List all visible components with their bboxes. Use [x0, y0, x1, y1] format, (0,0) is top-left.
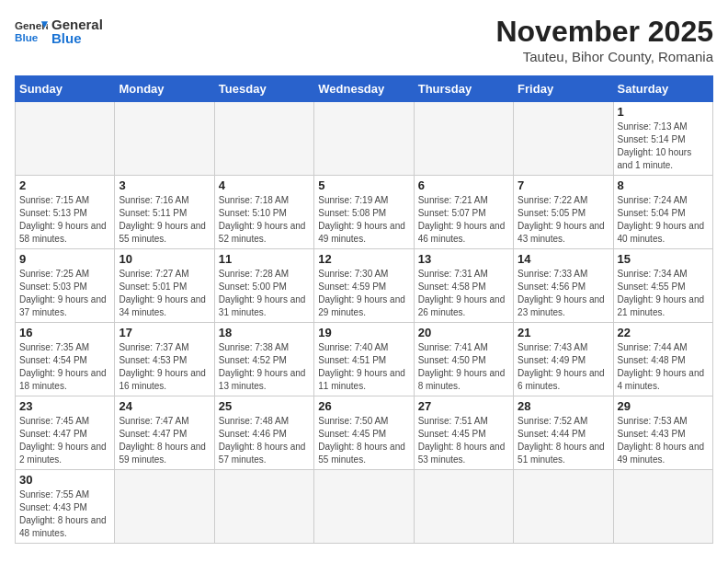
header-tuesday: Tuesday — [214, 76, 313, 102]
calendar-cell: 15Sunrise: 7:34 AM Sunset: 4:55 PM Dayli… — [613, 249, 712, 323]
day-info: Sunrise: 7:27 AM Sunset: 5:01 PM Dayligh… — [119, 268, 210, 319]
calendar-cell: 30Sunrise: 7:55 AM Sunset: 4:43 PM Dayli… — [16, 470, 115, 544]
day-info: Sunrise: 7:38 AM Sunset: 4:52 PM Dayligh… — [219, 341, 310, 393]
logo-icon: General Blue — [15, 15, 48, 48]
day-number: 3 — [119, 178, 210, 192]
day-number: 26 — [318, 399, 409, 413]
header-thursday: Thursday — [414, 76, 513, 102]
day-info: Sunrise: 7:18 AM Sunset: 5:10 PM Dayligh… — [219, 194, 310, 246]
day-info: Sunrise: 7:47 AM Sunset: 4:47 PM Dayligh… — [119, 415, 210, 466]
header-sunday: Sunday — [16, 76, 115, 102]
day-number: 4 — [219, 178, 310, 192]
calendar-cell: 20Sunrise: 7:41 AM Sunset: 4:50 PM Dayli… — [414, 323, 513, 396]
calendar-cell — [414, 470, 513, 544]
calendar-cell — [214, 102, 313, 176]
day-info: Sunrise: 7:43 AM Sunset: 4:49 PM Dayligh… — [518, 341, 609, 393]
day-number: 27 — [418, 399, 509, 413]
day-info: Sunrise: 7:44 AM Sunset: 4:48 PM Dayligh… — [618, 341, 709, 393]
day-number: 17 — [119, 326, 210, 339]
calendar-cell: 10Sunrise: 7:27 AM Sunset: 5:01 PM Dayli… — [115, 249, 214, 323]
day-number: 10 — [119, 252, 210, 266]
day-info: Sunrise: 7:31 AM Sunset: 4:58 PM Dayligh… — [418, 268, 509, 319]
logo: General Blue General Blue — [15, 15, 103, 48]
day-info: Sunrise: 7:37 AM Sunset: 4:53 PM Dayligh… — [119, 341, 210, 393]
month-title: November 2025 — [495, 15, 713, 49]
day-number: 13 — [418, 252, 509, 266]
day-info: Sunrise: 7:21 AM Sunset: 5:07 PM Dayligh… — [418, 194, 509, 246]
day-number: 16 — [19, 326, 110, 339]
day-info: Sunrise: 7:35 AM Sunset: 4:54 PM Dayligh… — [19, 341, 110, 393]
svg-text:General: General — [15, 19, 48, 31]
calendar-cell — [314, 102, 414, 176]
calendar-cell — [214, 470, 313, 544]
day-info: Sunrise: 7:52 AM Sunset: 4:44 PM Dayligh… — [518, 415, 609, 466]
day-number: 29 — [618, 399, 709, 413]
calendar-cell: 29Sunrise: 7:53 AM Sunset: 4:43 PM Dayli… — [613, 396, 712, 470]
day-info: Sunrise: 7:19 AM Sunset: 5:08 PM Dayligh… — [318, 194, 409, 246]
day-number: 18 — [219, 326, 310, 339]
calendar-cell — [115, 102, 214, 176]
day-info: Sunrise: 7:28 AM Sunset: 5:00 PM Dayligh… — [219, 268, 310, 319]
logo-general-text: General — [51, 17, 103, 31]
header: General Blue General Blue November 2025 … — [15, 15, 713, 64]
calendar-cell: 12Sunrise: 7:30 AM Sunset: 4:59 PM Dayli… — [314, 249, 414, 323]
day-number: 1 — [618, 105, 709, 119]
header-saturday: Saturday — [613, 76, 712, 102]
day-info: Sunrise: 7:22 AM Sunset: 5:05 PM Dayligh… — [518, 194, 609, 246]
calendar-cell: 7Sunrise: 7:22 AM Sunset: 5:05 PM Daylig… — [514, 176, 613, 249]
calendar-cell: 24Sunrise: 7:47 AM Sunset: 4:47 PM Dayli… — [115, 396, 214, 470]
day-number: 20 — [418, 326, 509, 339]
calendar-cell: 17Sunrise: 7:37 AM Sunset: 4:53 PM Dayli… — [115, 323, 214, 396]
calendar-cell: 19Sunrise: 7:40 AM Sunset: 4:51 PM Dayli… — [314, 323, 414, 396]
calendar-cell: 11Sunrise: 7:28 AM Sunset: 5:00 PM Dayli… — [214, 249, 313, 323]
header-friday: Friday — [514, 76, 613, 102]
day-info: Sunrise: 7:55 AM Sunset: 4:43 PM Dayligh… — [19, 488, 110, 540]
day-number: 19 — [318, 326, 409, 339]
day-number: 12 — [318, 252, 409, 266]
day-number: 28 — [518, 399, 609, 413]
day-number: 22 — [618, 326, 709, 339]
day-number: 15 — [618, 252, 709, 266]
day-info: Sunrise: 7:41 AM Sunset: 4:50 PM Dayligh… — [418, 341, 509, 393]
calendar-cell — [16, 102, 115, 176]
title-area: November 2025 Tauteu, Bihor County, Roma… — [495, 15, 713, 64]
day-info: Sunrise: 7:34 AM Sunset: 4:55 PM Dayligh… — [618, 268, 709, 319]
calendar-cell: 25Sunrise: 7:48 AM Sunset: 4:46 PM Dayli… — [214, 396, 313, 470]
calendar-cell: 14Sunrise: 7:33 AM Sunset: 4:56 PM Dayli… — [514, 249, 613, 323]
calendar-cell: 3Sunrise: 7:16 AM Sunset: 5:11 PM Daylig… — [115, 176, 214, 249]
day-info: Sunrise: 7:50 AM Sunset: 4:45 PM Dayligh… — [318, 415, 409, 466]
day-number: 9 — [19, 252, 110, 266]
calendar-cell: 23Sunrise: 7:45 AM Sunset: 4:47 PM Dayli… — [16, 396, 115, 470]
calendar-cell: 5Sunrise: 7:19 AM Sunset: 5:08 PM Daylig… — [314, 176, 414, 249]
calendar-cell: 21Sunrise: 7:43 AM Sunset: 4:49 PM Dayli… — [514, 323, 613, 396]
day-info: Sunrise: 7:40 AM Sunset: 4:51 PM Dayligh… — [318, 341, 409, 393]
day-number: 25 — [219, 399, 310, 413]
day-info: Sunrise: 7:16 AM Sunset: 5:11 PM Dayligh… — [119, 194, 210, 246]
day-number: 8 — [618, 178, 709, 192]
day-info: Sunrise: 7:13 AM Sunset: 5:14 PM Dayligh… — [618, 121, 709, 172]
calendar-cell: 26Sunrise: 7:50 AM Sunset: 4:45 PM Dayli… — [314, 396, 414, 470]
day-number: 5 — [318, 178, 409, 192]
weekday-header-row: Sunday Monday Tuesday Wednesday Thursday… — [16, 76, 713, 102]
day-info: Sunrise: 7:45 AM Sunset: 4:47 PM Dayligh… — [19, 415, 110, 466]
day-info: Sunrise: 7:51 AM Sunset: 4:45 PM Dayligh… — [418, 415, 509, 466]
header-wednesday: Wednesday — [314, 76, 414, 102]
day-number: 2 — [19, 178, 110, 192]
calendar-cell: 28Sunrise: 7:52 AM Sunset: 4:44 PM Dayli… — [514, 396, 613, 470]
day-info: Sunrise: 7:24 AM Sunset: 5:04 PM Dayligh… — [618, 194, 709, 246]
calendar-cell: 22Sunrise: 7:44 AM Sunset: 4:48 PM Dayli… — [613, 323, 712, 396]
calendar-cell: 18Sunrise: 7:38 AM Sunset: 4:52 PM Dayli… — [214, 323, 313, 396]
calendar-cell — [514, 470, 613, 544]
calendar-cell: 6Sunrise: 7:21 AM Sunset: 5:07 PM Daylig… — [414, 176, 513, 249]
day-number: 6 — [418, 178, 509, 192]
logo-blue-text: Blue — [51, 31, 103, 45]
calendar-cell: 1Sunrise: 7:13 AM Sunset: 5:14 PM Daylig… — [613, 102, 712, 176]
calendar: Sunday Monday Tuesday Wednesday Thursday… — [15, 75, 713, 544]
day-number: 11 — [219, 252, 310, 266]
day-info: Sunrise: 7:53 AM Sunset: 4:43 PM Dayligh… — [618, 415, 709, 466]
day-number: 30 — [19, 473, 110, 487]
day-number: 21 — [518, 326, 609, 339]
day-info: Sunrise: 7:48 AM Sunset: 4:46 PM Dayligh… — [219, 415, 310, 466]
calendar-cell: 27Sunrise: 7:51 AM Sunset: 4:45 PM Dayli… — [414, 396, 513, 470]
day-info: Sunrise: 7:30 AM Sunset: 4:59 PM Dayligh… — [318, 268, 409, 319]
